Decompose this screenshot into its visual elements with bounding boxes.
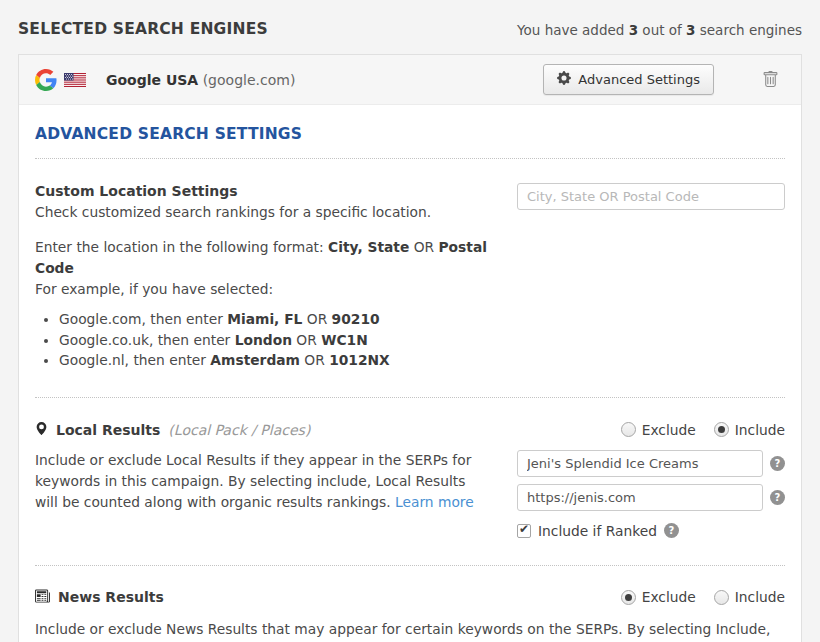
news-results-section: News Results Exclude Include Include or … (35, 588, 785, 642)
local-include-option[interactable]: Include (714, 422, 785, 438)
custom-location-section: Custom Location Settings Check customize… (35, 183, 785, 371)
google-logo-icon (35, 69, 57, 91)
business-name-input[interactable] (517, 450, 763, 477)
custom-location-input[interactable] (517, 183, 785, 210)
trash-icon[interactable] (762, 70, 779, 89)
list-item: Google.nl, then enter Amsterdam OR 1012N… (59, 350, 489, 371)
help-icon[interactable] (770, 456, 785, 471)
local-results-radio-group: Exclude Include (621, 422, 785, 438)
news-results-description: Include or exclude News Results that may… (35, 619, 785, 642)
advanced-settings-label: Advanced Settings (578, 72, 700, 87)
count-added: 3 (629, 22, 638, 38)
section-divider (35, 397, 785, 398)
news-exclude-option[interactable]: Exclude (621, 589, 696, 605)
local-results-title: Local Results (56, 422, 160, 438)
advanced-search-settings-heading: ADVANCED SEARCH SETTINGS (35, 125, 785, 159)
search-engines-panel: Google USA (google.com) Advanced Setting… (18, 54, 802, 642)
gear-icon (557, 71, 571, 88)
help-icon[interactable] (664, 523, 679, 538)
page-title: SELECTED SEARCH ENGINES (18, 20, 268, 38)
news-results-title: News Results (58, 589, 164, 605)
page-header: SELECTED SEARCH ENGINES You have added 3… (0, 0, 820, 54)
local-results-section: Local Results (Local Pack / Places) Excl… (35, 420, 785, 539)
local-exclude-radio[interactable] (621, 422, 636, 437)
include-if-ranked-checkbox[interactable] (517, 524, 531, 538)
example-intro: For example, if you have selected: (35, 281, 273, 297)
us-flag-icon (64, 73, 86, 87)
learn-more-link[interactable]: Learn more (395, 494, 474, 510)
website-url-input[interactable] (517, 484, 763, 511)
engine-name: Google USA (google.com) (106, 72, 295, 88)
list-item: Google.co.uk, then enter London OR WC1N (59, 330, 489, 351)
help-icon[interactable] (770, 490, 785, 505)
advanced-settings-button[interactable]: Advanced Settings (543, 64, 714, 95)
location-format-line: Enter the location in the following form… (35, 237, 489, 300)
custom-location-description: Check customized search rankings for a s… (35, 202, 489, 223)
local-results-description: Include or exclude Local Results if they… (35, 450, 517, 539)
engine-row-google-usa: Google USA (google.com) Advanced Setting… (19, 55, 801, 105)
news-results-radio-group: Exclude Include (621, 589, 785, 605)
engine-domain: (google.com) (203, 72, 296, 88)
include-if-ranked-option[interactable]: Include if Ranked (517, 523, 785, 539)
news-include-option[interactable]: Include (714, 589, 785, 605)
custom-location-title: Custom Location Settings (35, 183, 489, 199)
list-item: Google.com, then enter Miami, FL OR 9021… (59, 309, 489, 330)
local-exclude-option[interactable]: Exclude (621, 422, 696, 438)
local-include-radio[interactable] (714, 422, 729, 437)
newspaper-icon (35, 588, 50, 607)
location-examples-list: Google.com, then enter Miami, FL OR 9021… (35, 309, 489, 371)
news-exclude-radio[interactable] (621, 590, 636, 605)
map-pin-icon (35, 420, 48, 440)
section-divider (35, 565, 785, 566)
engines-count-summary: You have added 3 out of 3 search engines (517, 22, 802, 38)
news-include-radio[interactable] (714, 590, 729, 605)
local-results-subtitle: (Local Pack / Places) (168, 422, 310, 438)
